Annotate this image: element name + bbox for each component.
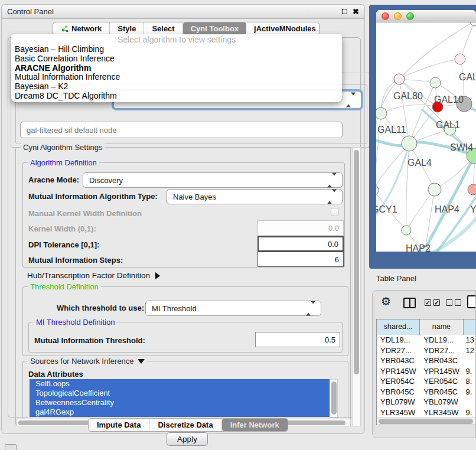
apply-button[interactable]: Apply — [167, 432, 208, 446]
control-panel-titlebar: Control Panel ✖ — [2, 5, 364, 19]
table-cell: 9. — [464, 366, 476, 377]
network-node-hap4[interactable] — [428, 183, 441, 196]
columns-icon[interactable] — [403, 298, 416, 308]
network-node-gal11[interactable] — [376, 107, 387, 119]
dpi-tolerance-field[interactable]: 0.0 — [257, 236, 344, 252]
column-header[interactable]: A — [464, 319, 476, 335]
attribute-list-item[interactable]: gal4RGexp — [30, 407, 330, 417]
network-node-gal[interactable] — [455, 54, 465, 64]
table-cell: 13 — [464, 335, 476, 345]
table-row[interactable]: YLR345WYLR345W9. — [377, 407, 476, 418]
gear-icon[interactable]: ⚙ — [381, 295, 391, 308]
select-all-checks-icon[interactable]: ✓ ✓ — [425, 299, 440, 306]
cyni-settings-title: Cyni Algorithm Settings — [21, 143, 105, 152]
table-row[interactable]: YDL19...YDL19...13 — [377, 335, 476, 345]
network-node-y[interactable] — [468, 184, 476, 195]
network-view-frame: GALGAL80GAL10GAL1GAL11SWI4GAL4GCY1HAP4YH… — [369, 5, 476, 269]
algorithm-option[interactable]: Basic Correlation Inference — [11, 54, 342, 64]
aracne-mode-label: Aracne Mode: — [28, 175, 79, 184]
network-table-combo[interactable]: gal-filtered sif default node — [20, 122, 343, 138]
hub-definition-expander[interactable]: Hub/Transcription Factor Definition — [27, 271, 160, 280]
algorithm-option[interactable]: Dream8 DC_TDC Algorithm — [11, 92, 342, 101]
network-node-gal10[interactable] — [430, 77, 441, 88]
algorithm-option[interactable]: Bayesian – K2 — [11, 82, 342, 92]
table-cell: YDL19... — [377, 335, 420, 345]
bottom-tab-infer-network[interactable]: Infer Network — [222, 419, 288, 431]
table-row[interactable]: YBR043CYBR043C — [377, 356, 476, 366]
export-table-icon[interactable] — [467, 295, 476, 308]
mi-type-label: Mutual Information Algorithm Type: — [28, 192, 158, 201]
mi-threshold-group-title: MI Threshold Definition — [34, 318, 117, 327]
attribute-list-item[interactable]: SelfLoops — [30, 379, 330, 389]
network-window[interactable]: GALGAL80GAL10GAL1GAL11SWI4GAL4GCY1HAP4YH… — [376, 10, 476, 252]
apply-button-label: Apply — [177, 435, 197, 444]
settings-scrollbar-thumb[interactable] — [354, 150, 359, 374]
table-row[interactable]: YPR145WYPR145W9. — [377, 366, 476, 377]
network-node-gal80[interactable] — [394, 74, 405, 84]
node-label: GAL11 — [377, 125, 406, 135]
zoom-traffic-icon[interactable] — [406, 12, 414, 20]
node-label: GAL80 — [393, 91, 423, 101]
table-row[interactable]: YBL079WYBL079W — [377, 397, 476, 407]
close-traffic-icon[interactable] — [382, 12, 389, 20]
aracne-mode-combo[interactable]: Discovery — [83, 172, 343, 188]
bottom-tab-discretize-data[interactable]: Discretize Data — [149, 419, 221, 431]
attr-list-scrollbar-thumb[interactable] — [331, 381, 337, 415]
close-icon[interactable]: ✖ — [353, 8, 359, 15]
node-label: GAL1 — [436, 120, 460, 130]
tab-label: jActiveMNodules — [254, 24, 316, 33]
float-window-icon[interactable] — [342, 9, 347, 14]
mi-steps-field[interactable]: 6 — [257, 252, 344, 267]
node-label: Y — [470, 204, 476, 214]
collapse-down-icon — [138, 359, 145, 364]
table-cell: 12 — [464, 345, 476, 356]
tab-label: Network — [71, 24, 102, 33]
which-threshold-combo[interactable]: MI Threshold — [145, 301, 321, 316]
network-canvas[interactable]: GALGAL80GAL10GAL1GAL11SWI4GAL4GCY1HAP4YH… — [376, 22, 476, 252]
checked-box-icon: ✓ — [425, 299, 431, 306]
table-row[interactable]: YER054CYER054C8. — [377, 376, 476, 387]
table-hscrollbar[interactable] — [377, 417, 476, 425]
manual-kernel-checkbox[interactable] — [331, 208, 339, 216]
algorithm-option[interactable]: Mutual Information Inference — [11, 73, 342, 82]
table-hscrollbar-thumb[interactable] — [379, 419, 473, 424]
data-attributes-list[interactable]: SelfLoopsTopologicalCoefficientBetweenne… — [30, 379, 338, 418]
sources-title-row[interactable]: Sources for Network Inference — [28, 357, 147, 366]
network-node[interactable] — [470, 22, 476, 26]
settings-scrollbar[interactable] — [352, 147, 361, 426]
mi-type-combo[interactable]: Naive Bayes — [167, 189, 343, 204]
tab-network[interactable]: Network — [53, 22, 110, 35]
table-cell: YPR145W — [420, 366, 463, 377]
mi-threshold-field[interactable]: 0.5 — [255, 332, 340, 347]
tab-select[interactable]: Select — [144, 22, 182, 35]
tab-style[interactable]: Style — [110, 22, 144, 35]
attribute-list-item[interactable]: TopologicalCoefficient — [30, 389, 330, 398]
minimize-traffic-icon[interactable] — [394, 12, 402, 20]
table-row[interactable]: YBR045CYBR045C9. — [377, 387, 476, 397]
mi-type-value: Naive Bayes — [173, 193, 216, 201]
column-header[interactable]: name — [420, 319, 463, 335]
network-node-gcy1[interactable] — [376, 185, 379, 195]
algorithm-option[interactable]: ARACNE Algorithm — [11, 64, 342, 73]
table-cell — [464, 356, 476, 366]
column-header[interactable]: shared... — [377, 319, 420, 335]
collapsed-panel-icon[interactable] — [5, 444, 17, 450]
network-icon — [61, 25, 69, 32]
table-cell: YDR27... — [377, 345, 420, 356]
algorithm-option[interactable]: Bayesian – Hill Climbing — [11, 45, 342, 54]
kernel-width-field[interactable]: 0.0 — [257, 220, 344, 236]
network-node-gal4[interactable] — [402, 136, 417, 151]
table-cell: 9. — [464, 387, 476, 397]
attribute-list-item[interactable]: BetweennessCentrality — [30, 398, 330, 407]
deselect-all-checks-icon[interactable] — [446, 299, 461, 306]
node-label: GAL — [459, 72, 476, 82]
tab-jactivemnodules[interactable]: jActiveMNodules — [246, 22, 319, 35]
node-label: HAP2 — [406, 243, 431, 252]
tab-cyni-toolbox[interactable]: Cyni Toolbox — [183, 22, 246, 35]
combo-arrows-icon — [346, 96, 356, 105]
network-node-hap2[interactable] — [402, 226, 411, 235]
algorithm-dropdown-popup: Select algorithm to view settings Bayesi… — [11, 34, 342, 102]
attr-list-scrollbar[interactable] — [330, 379, 338, 418]
table-row[interactable]: YDR27...YDR27...12 — [377, 345, 476, 356]
bottom-tab-impute-data[interactable]: Impute Data — [89, 419, 149, 431]
